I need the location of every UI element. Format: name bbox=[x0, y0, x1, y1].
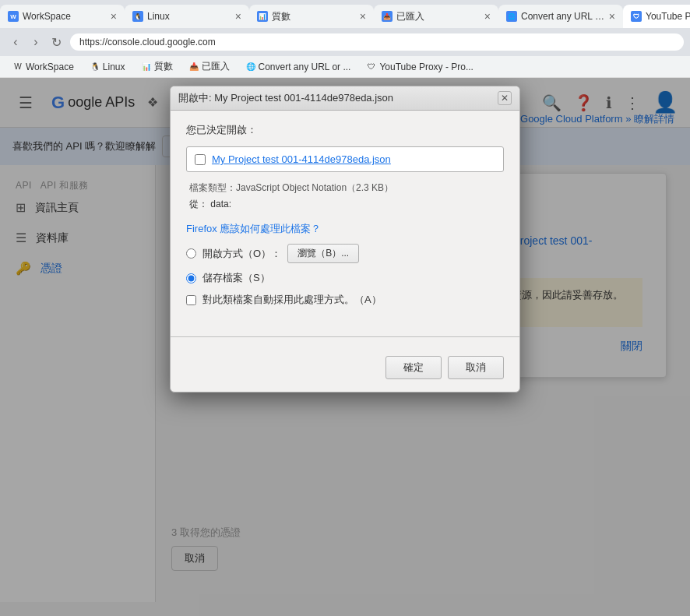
tab-label-quality: 質數 bbox=[272, 10, 356, 23]
tab-label-linux: Linux bbox=[147, 11, 231, 22]
bookmarks-bar: W WorkSpace 🐧 Linux 📊 質數 📥 已匯入 🌐 Convert… bbox=[0, 56, 690, 78]
back-button[interactable]: ‹ bbox=[6, 33, 25, 51]
dialog-cancel-button[interactable]: 取消 bbox=[448, 356, 504, 379]
radio-save-input[interactable] bbox=[186, 273, 196, 283]
tab-quality[interactable]: 📊 質數 × bbox=[249, 5, 374, 28]
bookmark-label-imported: 已匯入 bbox=[202, 60, 230, 73]
bookmark-icon-linux: 🐧 bbox=[90, 62, 100, 72]
tab-workspace[interactable]: W WorkSpace × bbox=[0, 5, 125, 28]
tab-label-youtubeproxy: YouTube Proxy - Pro... bbox=[646, 11, 690, 22]
bookmark-label-quality: 質數 bbox=[154, 60, 173, 73]
address-input[interactable] bbox=[70, 33, 684, 51]
tab-favicon-workspace: W bbox=[8, 11, 19, 22]
confirm-button[interactable]: 確定 bbox=[385, 356, 442, 379]
tab-label-imported: 已匯入 bbox=[396, 10, 481, 23]
tab-youtubeproxy[interactable]: 🛡 YouTube Proxy - Pro... × bbox=[623, 5, 690, 28]
tab-favicon-converturl: 🌐 bbox=[506, 11, 517, 22]
dialog-title: 開啟中: My Project test 001-4114de978eda.js… bbox=[178, 91, 393, 105]
bookmark-icon-youtubeproxy: 🛡 bbox=[366, 62, 377, 72]
auto-checkbox-input[interactable] bbox=[186, 295, 196, 305]
dialog-titlebar: 開啟中: My Project test 001-4114de978eda.js… bbox=[171, 86, 519, 111]
bookmark-workspace[interactable]: W WorkSpace bbox=[6, 60, 80, 74]
tab-close-linux[interactable]: × bbox=[235, 10, 241, 23]
dialog-close-button[interactable]: ✕ bbox=[498, 91, 512, 105]
file-source: 從： data: bbox=[186, 198, 504, 211]
bookmark-label-workspace: WorkSpace bbox=[26, 62, 74, 72]
bookmark-label-youtubeproxy: YouTube Proxy - Pro... bbox=[379, 62, 473, 72]
tab-close-quality[interactable]: × bbox=[360, 10, 366, 23]
bookmark-icon-converturl: 🌐 bbox=[245, 62, 256, 72]
tab-favicon-linux: 🐧 bbox=[132, 11, 143, 22]
dialog-question: Firefox 應該如何處理此檔案？ bbox=[186, 222, 504, 236]
dialog-body: 您已決定開啟： My Project test 001-4114de978eda… bbox=[171, 111, 519, 327]
dialog-section-label: 您已決定開啟： bbox=[186, 123, 504, 137]
page-background: ☰ G oogle APIs ❖ My ▼ 🔍 ❓ ℹ ⋮ 👤 Google C… bbox=[0, 78, 690, 616]
file-meta: 檔案類型：JavaScript Object Notation（2.3 KB） bbox=[186, 181, 504, 195]
dialog-filename-row: My Project test 001-4114de978eda.json bbox=[186, 146, 504, 172]
address-bar: ‹ › ↻ bbox=[0, 28, 690, 56]
tab-bar: W WorkSpace × 🐧 Linux × 📊 質數 × 📥 已匯入 × 🌐… bbox=[0, 0, 690, 28]
tab-favicon-quality: 📊 bbox=[257, 11, 268, 22]
reload-button[interactable]: ↻ bbox=[47, 33, 65, 51]
dialog-overlay: 開啟中: My Project test 001-4114de978eda.js… bbox=[0, 78, 690, 616]
tab-linux[interactable]: 🐧 Linux × bbox=[125, 5, 249, 28]
bookmark-icon-imported: 📥 bbox=[188, 62, 199, 72]
browse-button[interactable]: 瀏覽（B）... bbox=[287, 244, 359, 263]
bookmark-linux[interactable]: 🐧 Linux bbox=[83, 60, 132, 74]
radio-open-input[interactable] bbox=[186, 248, 196, 259]
bookmark-icon-quality: 📊 bbox=[141, 62, 152, 72]
tab-converturl[interactable]: 🌐 Convert any URL or ... × bbox=[498, 5, 623, 28]
auto-checkbox-option: 對此類檔案自動採用此處理方式。（A） bbox=[186, 293, 504, 307]
radio-open-label: 開啟方式（O）： bbox=[202, 247, 281, 261]
tab-label-workspace: WorkSpace bbox=[23, 11, 107, 22]
tab-close-workspace[interactable]: × bbox=[111, 10, 117, 23]
file-checkbox[interactable] bbox=[195, 154, 206, 165]
tab-imported[interactable]: 📥 已匯入 × bbox=[374, 5, 498, 28]
dialog-filename-link[interactable]: My Project test 001-4114de978eda.json bbox=[212, 153, 391, 165]
tab-favicon-youtubeproxy: 🛡 bbox=[631, 11, 642, 22]
bookmark-imported[interactable]: 📥 已匯入 bbox=[182, 58, 236, 75]
tab-label-converturl: Convert any URL or ... bbox=[521, 11, 605, 22]
bookmark-converturl[interactable]: 🌐 Convert any URL or ... bbox=[239, 60, 357, 74]
bookmark-label-converturl: Convert any URL or ... bbox=[259, 62, 351, 72]
auto-checkbox-label: 對此類檔案自動採用此處理方式。（A） bbox=[202, 293, 382, 307]
forward-button[interactable]: › bbox=[26, 33, 45, 51]
dialog-footer: 確定 取消 bbox=[171, 347, 519, 392]
firefox-dialog: 開啟中: My Project test 001-4114de978eda.js… bbox=[170, 86, 520, 392]
tab-close-converturl[interactable]: × bbox=[609, 10, 615, 23]
radio-save-label: 儲存檔案（S） bbox=[202, 271, 270, 285]
bookmark-youtubeproxy[interactable]: 🛡 YouTube Proxy - Pro... bbox=[360, 60, 480, 74]
tab-close-imported[interactable]: × bbox=[484, 10, 491, 23]
dialog-separator bbox=[171, 336, 519, 337]
tab-favicon-imported: 📥 bbox=[382, 11, 393, 22]
browser-chrome: W WorkSpace × 🐧 Linux × 📊 質數 × 📥 已匯入 × 🌐… bbox=[0, 0, 690, 78]
bookmark-icon-workspace: W bbox=[12, 62, 23, 72]
radio-open: 開啟方式（O）： 瀏覽（B）... bbox=[186, 244, 504, 263]
bookmark-quality[interactable]: 📊 質數 bbox=[135, 58, 179, 75]
nav-buttons: ‹ › ↻ bbox=[6, 33, 65, 51]
radio-save: 儲存檔案（S） bbox=[186, 271, 504, 285]
bookmark-label-linux: Linux bbox=[103, 62, 125, 72]
